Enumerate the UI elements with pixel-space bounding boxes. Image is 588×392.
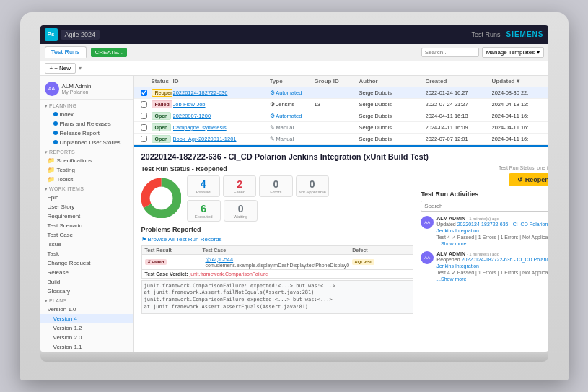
detail-panel: 20220124-182722-636 - CI_CD Polarion Jen…: [134, 145, 548, 320]
dot-icon: [53, 131, 58, 135]
brand-logo: SIEMENS: [506, 30, 543, 38]
sidebar-item-release-report[interactable]: Release Report: [40, 129, 133, 138]
sidebar-item-user-story[interactable]: User Story: [40, 202, 133, 212]
sidebar-item-epic[interactable]: Epic: [40, 193, 133, 202]
project-selector[interactable]: Agile 2024: [61, 30, 100, 40]
main-content: Status ID Title Type Group ID Author Cre…: [134, 76, 548, 352]
col-testcase: Test Case: [203, 248, 353, 253]
row-updated: 2024-08-30 22:: [492, 90, 548, 96]
sidebar-item-toolkit[interactable]: 📁Toolkit: [40, 175, 133, 184]
col-author[interactable]: Author: [359, 78, 424, 84]
row-checkbox[interactable]: [139, 101, 150, 108]
row-id[interactable]: Campagne_symetesis: [173, 124, 267, 131]
reopened-button[interactable]: ↺ Reopened: [509, 173, 548, 186]
stat-label-errors: Errors: [262, 190, 289, 194]
manage-templates-button[interactable]: Manage Templates ▾: [482, 47, 544, 58]
row-created: 2024-04-11 16:09: [426, 124, 491, 131]
show-more-link[interactable]: ...Show more: [436, 241, 466, 246]
verdict-row: Test Case Verdict: junit.framework.Compa…: [141, 270, 414, 279]
browse-all-link[interactable]: ⚑ Browse All Test Run Records: [141, 236, 414, 243]
activities-search-input[interactable]: [421, 201, 548, 212]
user-profile[interactable]: AA ALM Admin My Polarion: [40, 79, 133, 100]
col-status[interactable]: Status: [152, 78, 172, 84]
row-author: Serge Dubois: [359, 124, 424, 131]
col-created[interactable]: Created: [426, 78, 491, 84]
row-type: ⚙ Automated: [270, 113, 313, 119]
stat-num-waiting: 0: [227, 203, 255, 214]
table-row[interactable]: Open 20220807-1200 ⚙ Automated Serge Dub…: [134, 110, 548, 122]
defect-cell: AQL-650: [352, 259, 410, 264]
stats-grid-bottom: 6 Executed 0 Waiting: [187, 200, 258, 222]
filter-icon: ▾: [79, 65, 82, 71]
testcase-url: com.siemens.example.display.mDashDisplay…: [206, 263, 350, 268]
dot-icon: [53, 121, 58, 126]
sidebar-group-reports: ▾ Reports: [40, 147, 133, 156]
col-defect: Defect: [352, 248, 410, 253]
row-created: 2024-04-11 16:13: [426, 113, 491, 119]
row-checkbox[interactable]: [139, 113, 150, 119]
sidebar-item-task[interactable]: Task: [40, 249, 133, 258]
sidebar-item-change-request[interactable]: Change Request: [40, 258, 133, 268]
sidebar-item-requirement[interactable]: Requirement: [40, 212, 133, 221]
col-type[interactable]: Type: [270, 78, 313, 84]
sidebar-item-testing[interactable]: 📁Testing: [40, 165, 133, 175]
sidebar-item-unplanned[interactable]: Unplanned User Stories: [40, 138, 133, 147]
col-group[interactable]: Group ID: [315, 78, 358, 84]
sidebar-group-plans: ▾ Plans: [40, 296, 133, 305]
detail-title: 20220124-182722-636 - CI_CD Polarion Jen…: [141, 152, 541, 161]
testcase-cell[interactable]: ◎ AQL-544 com.siemens.example.display.mD…: [206, 256, 350, 268]
row-checkbox[interactable]: [139, 124, 150, 131]
sidebar-item-release[interactable]: Release: [40, 268, 133, 277]
activity-sub: Test 4 ✓ Passed | 1 Errors | 1 Errors | …: [436, 269, 548, 276]
sidebar-item-version11[interactable]: Version 1.1: [40, 342, 133, 352]
row-type: ✎ Manual: [270, 124, 313, 131]
page-context-title: Test Runs: [471, 31, 500, 38]
status-badge: Reopened: [152, 89, 172, 97]
sidebar-item-version10[interactable]: Version 1.0: [40, 305, 133, 314]
search-input[interactable]: [421, 48, 479, 57]
sidebar-item-build[interactable]: Build: [40, 277, 133, 287]
row-id[interactable]: Job-Flow-Job: [173, 101, 267, 108]
sidebar-item-index[interactable]: Index: [40, 110, 133, 119]
stat-errors: 0 Errors: [259, 175, 292, 197]
row-status: Failed: [152, 100, 172, 108]
row-id[interactable]: Book_Agr-20220811-1201: [173, 136, 267, 142]
sidebar-item-version12[interactable]: Version 1.2: [40, 323, 133, 333]
sidebar-item-version20[interactable]: Version 2.0: [40, 333, 133, 342]
row-updated: 2024-04-18 12:: [492, 101, 548, 108]
sidebar-item-version4[interactable]: Version 4: [40, 314, 133, 323]
problems-title: Problems Reported: [141, 226, 414, 233]
activity-avatar: AA: [421, 251, 434, 264]
col-updated[interactable]: Updated ▾: [492, 78, 548, 84]
sidebar-item-issue[interactable]: Issue: [40, 240, 133, 249]
table-row[interactable]: Open Campagne_symetesis Template Tests d…: [134, 122, 548, 134]
row-author: Serge Dubois: [359, 113, 424, 119]
table-row[interactable]: Reopened 20220124-182722-636 CI_CD Polar…: [134, 87, 548, 99]
activity-item: AA ALM ADMIN · 1 minute(s) ago Reopened …: [421, 251, 548, 282]
sidebar-item-glossary[interactable]: Glossary: [40, 287, 133, 296]
tab-test-runs[interactable]: Test Runs: [45, 46, 87, 58]
row-checkbox[interactable]: [139, 90, 150, 96]
problems-row[interactable]: ✗ Failed ◎ AQL-544 com.siemens.example.d…: [141, 255, 414, 270]
row-id[interactable]: 20220124-182722-636: [173, 90, 267, 96]
table-row[interactable]: Failed Job-Flow-Job m_Dash Display ⚙ Jen…: [134, 99, 548, 110]
row-checkbox[interactable]: [139, 136, 150, 142]
folder-icon: 📁: [48, 167, 55, 173]
status-content: 4 Passed 2 Failed: [141, 175, 414, 222]
status-badge: Open: [152, 123, 172, 131]
sidebar-item-test-scenario[interactable]: Test Scenario: [40, 221, 133, 230]
sidebar-item-test-case[interactable]: Test Case: [40, 230, 133, 240]
show-more-link[interactable]: ...Show more: [436, 276, 466, 282]
create-button[interactable]: CREATE...: [91, 48, 128, 57]
testcase-link[interactable]: ◎ AQL-544: [206, 256, 234, 263]
row-id[interactable]: 20220807-1200: [173, 113, 267, 119]
col-id[interactable]: ID: [173, 78, 267, 84]
table-row[interactable]: Open Book_Agr-20220811-1201 Version 2.0 …: [134, 134, 548, 145]
new-button[interactable]: + + New: [45, 63, 76, 74]
sidebar-item-specifications[interactable]: 📁Specifications: [40, 156, 133, 165]
activity-text: Reopened 20220124-182722-636 - CI_CD Pol…: [436, 256, 548, 282]
stat-notapplicable: 0 Not Applicable: [296, 175, 329, 197]
sidebar-item-plans-releases[interactable]: Plans and Releases: [40, 119, 133, 129]
defect-badge: AQL-650: [352, 259, 374, 265]
stat-num-passed: 4: [190, 178, 217, 190]
